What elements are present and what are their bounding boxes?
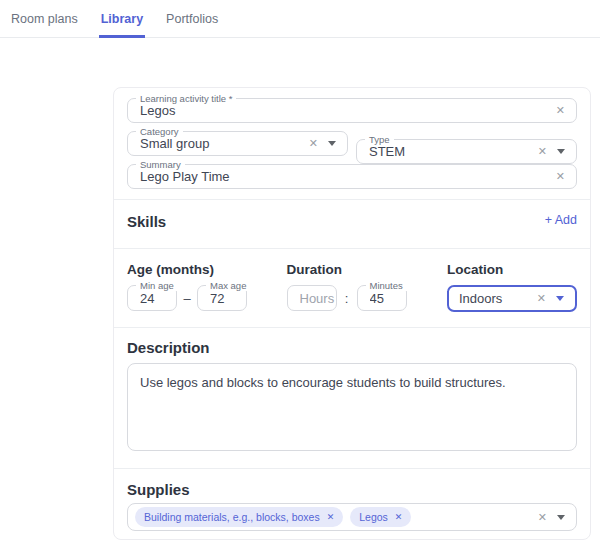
minutes-label: Minutes xyxy=(366,280,407,291)
type-dropdown-icon[interactable] xyxy=(557,149,565,154)
category-field[interactable]: Category Small group ✕ xyxy=(127,131,348,156)
supply-chip-label: Legos xyxy=(359,511,388,523)
learning-activity-title-label: Learning activity title * xyxy=(136,93,236,104)
basic-info-section: Learning activity title * ✕ Category Sma… xyxy=(114,88,590,199)
description-section: Description Use legos and blocks to enco… xyxy=(114,328,590,468)
clear-summary-icon[interactable]: ✕ xyxy=(556,171,565,182)
learning-activity-title-field[interactable]: Learning activity title * ✕ xyxy=(127,98,577,123)
supplies-dropdown-icon[interactable] xyxy=(557,515,565,520)
summary-adornments: ✕ xyxy=(550,171,576,182)
category-value: Small group xyxy=(128,136,303,151)
supply-chip[interactable]: Building materials, e.g., blocks, boxes … xyxy=(135,507,343,527)
max-age-field[interactable]: Max age xyxy=(197,285,247,311)
clear-title-icon[interactable]: ✕ xyxy=(556,105,565,116)
remove-supply-icon[interactable]: ✕ xyxy=(395,513,403,522)
supply-chip[interactable]: Legos ✕ xyxy=(350,507,411,527)
clear-category-icon[interactable]: ✕ xyxy=(309,138,318,149)
hours-input[interactable] xyxy=(288,286,336,310)
supplies-section: Supplies Building materials, e.g., block… xyxy=(114,469,590,539)
title-adornments: ✕ xyxy=(550,105,576,116)
age-group: Age (months) Min age – Max age xyxy=(127,262,287,312)
age-heading: Age (months) xyxy=(127,262,287,277)
supply-chip-label: Building materials, e.g., blocks, boxes xyxy=(144,511,320,523)
location-adornments: ✕ xyxy=(531,293,575,304)
category-label: Category xyxy=(136,126,183,137)
max-age-label: Max age xyxy=(206,280,250,291)
skills-heading: Skills xyxy=(127,213,166,230)
type-value: STEM xyxy=(357,144,532,159)
type-adornments: ✕ xyxy=(532,146,576,157)
type-field[interactable]: Type STEM ✕ xyxy=(356,139,577,164)
age-range-separator: – xyxy=(177,291,197,306)
min-age-label: Min age xyxy=(136,280,178,291)
location-group: Location Indoors ✕ xyxy=(447,262,577,312)
remove-supply-icon[interactable]: ✕ xyxy=(327,513,335,522)
location-heading: Location xyxy=(447,262,577,277)
min-age-field[interactable]: Min age xyxy=(127,285,177,311)
tab-library[interactable]: Library xyxy=(99,0,145,38)
tab-bar: Room plans Library Portfolios xyxy=(0,0,600,38)
minutes-field[interactable]: Minutes xyxy=(357,285,407,311)
supplies-adornments: ✕ xyxy=(532,512,576,523)
location-select[interactable]: Indoors ✕ xyxy=(447,285,577,312)
supplies-heading: Supplies xyxy=(127,481,577,498)
duration-time-separator: : xyxy=(337,291,357,306)
location-dropdown-icon[interactable] xyxy=(556,296,564,301)
tab-room-plans[interactable]: Room plans xyxy=(9,0,80,37)
clear-location-icon[interactable]: ✕ xyxy=(537,293,546,304)
summary-input[interactable] xyxy=(128,165,550,188)
location-value: Indoors xyxy=(449,291,531,306)
summary-label: Summary xyxy=(136,159,185,170)
clear-type-icon[interactable]: ✕ xyxy=(538,146,547,157)
type-label: Type xyxy=(365,134,394,145)
summary-field[interactable]: Summary ✕ xyxy=(127,164,577,189)
supplies-chips: Building materials, e.g., blocks, boxes … xyxy=(128,507,532,527)
category-dropdown-icon[interactable] xyxy=(328,141,336,146)
category-adornments: ✕ xyxy=(303,138,347,149)
category-type-row: Category Small group ✕ Type STEM ✕ xyxy=(127,131,577,164)
duration-heading: Duration xyxy=(287,262,448,277)
hours-field[interactable] xyxy=(287,285,337,311)
clear-supplies-icon[interactable]: ✕ xyxy=(538,512,547,523)
supplies-select[interactable]: Building materials, e.g., blocks, boxes … xyxy=(127,503,577,531)
tab-portfolios[interactable]: Portfolios xyxy=(164,0,220,37)
duration-fields: : Minutes xyxy=(287,285,448,311)
description-heading: Description xyxy=(127,339,577,356)
add-skill-button[interactable]: + Add xyxy=(545,213,577,227)
activity-form-card: Learning activity title * ✕ Category Sma… xyxy=(113,87,591,540)
age-fields: Min age – Max age xyxy=(127,285,287,311)
skills-section: Skills + Add xyxy=(114,200,590,248)
meta-section: Age (months) Min age – Max age Duration xyxy=(114,249,590,327)
description-textarea[interactable]: Use legos and blocks to encourage studen… xyxy=(127,363,577,451)
duration-group: Duration : Minutes xyxy=(287,262,448,312)
